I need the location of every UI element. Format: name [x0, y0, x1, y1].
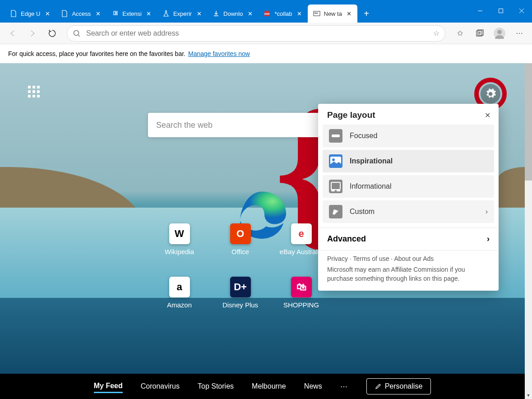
svg-rect-3	[315, 13, 316, 14]
footer-link-about-our-ads[interactable]: About our Ads	[394, 255, 434, 262]
tab-close-button[interactable]: ✕	[195, 10, 203, 17]
layout-option-informational[interactable]: Informational	[323, 175, 494, 198]
svg-rect-21	[331, 190, 335, 191]
tab-close-button[interactable]: ✕	[94, 10, 102, 17]
tile-office[interactable]: OOffice	[210, 223, 271, 277]
vertical-scrollbar[interactable]: ▲ ▼	[525, 63, 532, 399]
pencil-icon	[375, 383, 381, 390]
tab-close-button[interactable]: ✕	[44, 10, 51, 17]
feed-tab-coronavirus[interactable]: Coronavirus	[141, 380, 180, 392]
back-button[interactable]	[4, 24, 22, 42]
tab-extensi[interactable]: Extensi✕	[106, 5, 157, 23]
tab-new-ta[interactable]: New ta✕	[308, 5, 357, 23]
feed-bar: My FeedCoronavirusTop StoriesMelbourneNe…	[0, 374, 525, 399]
window-maximize-button[interactable]	[490, 4, 511, 18]
chevron-right-icon: ›	[487, 234, 490, 244]
svg-point-19	[332, 158, 335, 161]
layout-option-focused[interactable]: Focused	[323, 125, 494, 147]
pdf-icon: PDF	[264, 10, 271, 17]
layout-option-inspirational[interactable]: Inspirational	[323, 150, 494, 172]
tile-disney-plus[interactable]: D+Disney Plus	[210, 277, 271, 330]
feed-more-button[interactable]: ⋯	[340, 382, 348, 391]
chevron-right-icon: ›	[486, 208, 488, 216]
tab-access[interactable]: Access✕	[56, 5, 106, 23]
advanced-row[interactable]: Advanced ›	[318, 227, 499, 250]
manage-favorites-link[interactable]: Manage favorites now	[188, 50, 250, 57]
panel-footer-links: Privacy · Terms of use · About our Ads	[318, 250, 499, 264]
svg-rect-4	[316, 13, 318, 14]
puzzle-icon	[111, 10, 119, 17]
favorites-button[interactable]: ✩	[451, 24, 469, 42]
forward-button[interactable]	[23, 24, 42, 42]
page-settings-button[interactable]	[481, 84, 500, 104]
page-icon	[10, 10, 17, 17]
favorite-star-icon[interactable]: ☆	[433, 29, 439, 37]
address-bar[interactable]: ☆	[67, 25, 445, 42]
app-launcher-button[interactable]	[28, 86, 42, 99]
tile-amazon[interactable]: aAmazon	[149, 277, 210, 330]
feed-tab-top-stories[interactable]: Top Stories	[198, 380, 234, 392]
layout-option-custom[interactable]: Custom›	[323, 200, 494, 223]
window-close-button[interactable]	[511, 4, 532, 18]
download-icon	[213, 10, 220, 17]
favorites-bar: For quick access, place your favorites h…	[0, 44, 532, 63]
scroll-down-button[interactable]: ▼	[525, 392, 532, 399]
tab--collab[interactable]: PDF*collab✕	[258, 5, 307, 23]
page-layout-panel: Page layout ✕ FocusedInspirationalInform…	[318, 104, 499, 291]
svg-text:PDF: PDF	[264, 13, 270, 15]
gear-icon	[485, 88, 496, 100]
svg-line-10	[78, 35, 80, 37]
favorites-bar-text: For quick access, place your favorites h…	[8, 50, 185, 57]
footer-link-terms-of-use[interactable]: Terms of use	[353, 255, 389, 262]
tab-close-button[interactable]: ✕	[145, 10, 153, 17]
tab-edge-u[interactable]: Edge U✕	[5, 5, 56, 23]
svg-rect-20	[331, 182, 340, 190]
feed-tab-my-feed[interactable]: My Feed	[94, 380, 123, 393]
address-input[interactable]	[86, 29, 428, 37]
panel-close-button[interactable]: ✕	[485, 111, 490, 120]
tab-close-button[interactable]: ✕	[296, 10, 303, 17]
more-menu-button[interactable]: ⋯	[510, 24, 528, 42]
flask-icon	[162, 10, 170, 17]
tab-close-button[interactable]: ✕	[346, 10, 353, 17]
tile-wikipedia[interactable]: WWikipedia	[149, 223, 210, 277]
tab-experir[interactable]: Experir✕	[157, 5, 207, 23]
svg-point-16	[497, 30, 502, 34]
tab-downlo[interactable]: Downlo✕	[207, 5, 258, 23]
page-icon	[61, 10, 68, 17]
panel-footer-note: Microsoft may earn an Affiliate Commissi…	[318, 264, 499, 284]
svg-rect-6	[499, 9, 503, 13]
refresh-button[interactable]	[43, 24, 61, 42]
tab-close-button[interactable]: ✕	[246, 10, 254, 17]
svg-rect-22	[337, 190, 340, 191]
panel-title: Page layout	[327, 110, 375, 120]
new-tab-page: { Search the web WWikipediaOOfficeeeBay …	[0, 63, 525, 399]
feed-tab-melbourne[interactable]: Melbourne	[252, 380, 286, 392]
window-minimize-button[interactable]	[470, 4, 490, 18]
tab-strip: Edge U✕Access✕Extensi✕Experir✕Downlo✕PDF…	[0, 4, 532, 23]
svg-rect-17	[332, 135, 340, 137]
collections-button[interactable]	[471, 24, 489, 42]
ntp-icon	[313, 10, 320, 17]
svg-point-9	[74, 30, 79, 35]
personalise-button[interactable]: Personalise	[366, 378, 431, 394]
new-tab-button[interactable]: +	[357, 5, 375, 23]
ntp-search-placeholder: Search the web	[156, 121, 213, 130]
toolbar: ☆ ✩ ⋯	[0, 23, 532, 44]
scroll-thumb[interactable]	[525, 63, 532, 181]
footer-link-privacy[interactable]: Privacy	[327, 255, 348, 262]
feed-tab-news[interactable]: News	[304, 380, 322, 392]
search-icon	[73, 29, 81, 37]
profile-button[interactable]	[490, 24, 509, 42]
